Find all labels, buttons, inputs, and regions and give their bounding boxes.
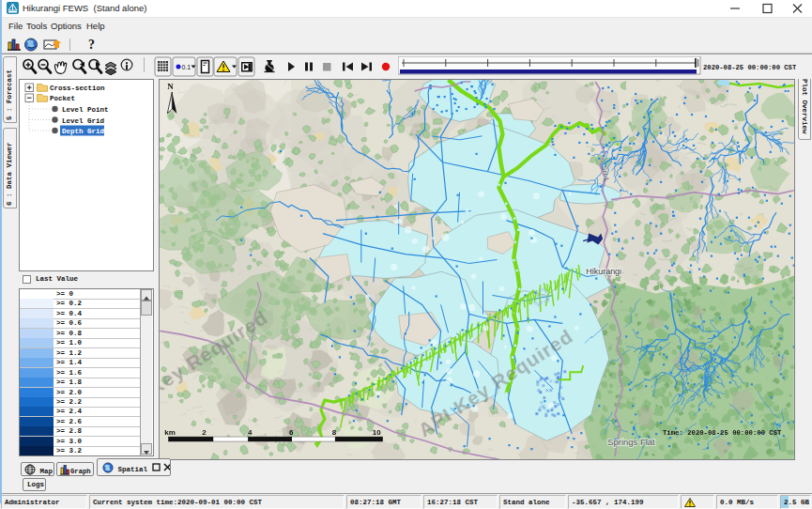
svg-text:4: 4 bbox=[248, 428, 253, 437]
svg-text:Hikurangi: Hikurangi bbox=[586, 267, 621, 276]
svg-text:Depth Grid: Depth Grid bbox=[62, 128, 104, 135]
svg-text:km: km bbox=[164, 428, 176, 437]
svg-text:8: 8 bbox=[332, 428, 337, 437]
svg-text:Pocket: Pocket bbox=[50, 95, 75, 102]
svg-text:Level Point: Level Point bbox=[62, 106, 109, 114]
svg-text:2020-08-25 00:00:00 CST: 2020-08-25 00:00:00 CST bbox=[703, 64, 796, 71]
svg-text:10: 10 bbox=[373, 428, 381, 437]
svg-text:Level Grid: Level Grid bbox=[62, 117, 104, 125]
svg-text:?: ? bbox=[88, 38, 95, 52]
svg-text:0.1: 0.1 bbox=[182, 64, 192, 70]
svg-text:Time: 2020-08-25 00:00:00 CST: Time: 2020-08-25 00:00:00 CST bbox=[663, 429, 782, 437]
svg-text:Cross-section: Cross-section bbox=[50, 85, 105, 92]
svg-text:Springs Flat: Springs Flat bbox=[607, 437, 655, 447]
svg-text:2: 2 bbox=[202, 428, 207, 437]
svg-text:6: 6 bbox=[289, 428, 294, 437]
svg-text:N: N bbox=[167, 82, 174, 91]
